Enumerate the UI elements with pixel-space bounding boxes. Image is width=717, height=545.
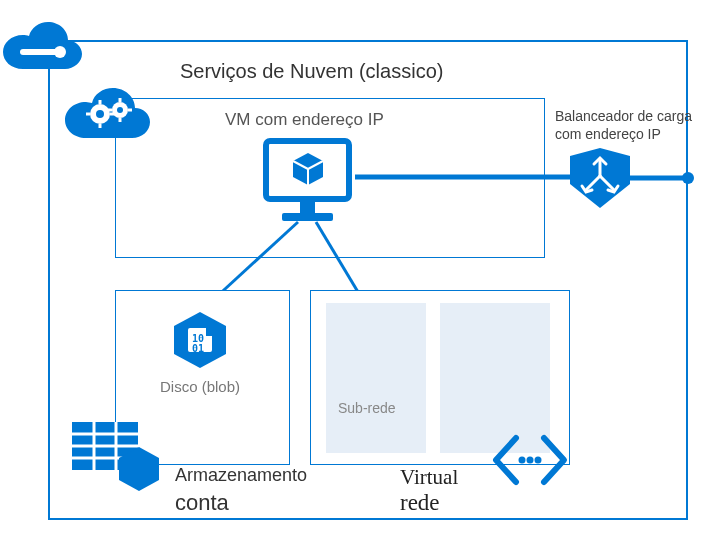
vm-monitor-icon [260, 135, 355, 225]
svg-point-42 [519, 457, 526, 464]
vnet-label-line2: rede [400, 490, 440, 516]
storage-label-line2: conta [175, 490, 229, 516]
lb-label-line2: com endereço IP [555, 126, 661, 142]
cloud-logo-icon [0, 18, 90, 73]
svg-rect-15 [300, 199, 315, 213]
disk-blob-icon: 10 01 [170, 310, 230, 370]
svg-rect-16 [282, 213, 333, 221]
svg-text:01: 01 [192, 343, 204, 354]
vm-label: VM com endereço IP [225, 110, 384, 130]
svg-point-43 [527, 457, 534, 464]
svg-rect-32 [206, 328, 212, 336]
lb-external-connector [628, 172, 698, 184]
vnet-label-line1: Virtual [400, 465, 458, 490]
cloud-services-title: Serviços de Nuvem (classico) [180, 60, 443, 83]
vnet-icon [490, 430, 570, 490]
gears-cloud-icon [60, 82, 160, 152]
subnet-box-1 [326, 303, 426, 453]
svg-point-25 [682, 172, 694, 184]
svg-point-5 [117, 107, 123, 113]
storage-hex-icon [115, 445, 163, 493]
lb-label-line1: Balanceador de carga [555, 108, 692, 124]
disk-label: Disco (blob) [160, 378, 240, 395]
svg-point-4 [96, 110, 104, 118]
svg-rect-1 [20, 49, 60, 55]
svg-point-44 [535, 457, 542, 464]
svg-marker-41 [119, 447, 159, 491]
load-balancer-icon [568, 146, 632, 210]
vm-to-lb-connector [355, 172, 600, 182]
subnet-label: Sub-rede [338, 400, 396, 416]
storage-label-line1: Armazenamento [175, 465, 307, 486]
